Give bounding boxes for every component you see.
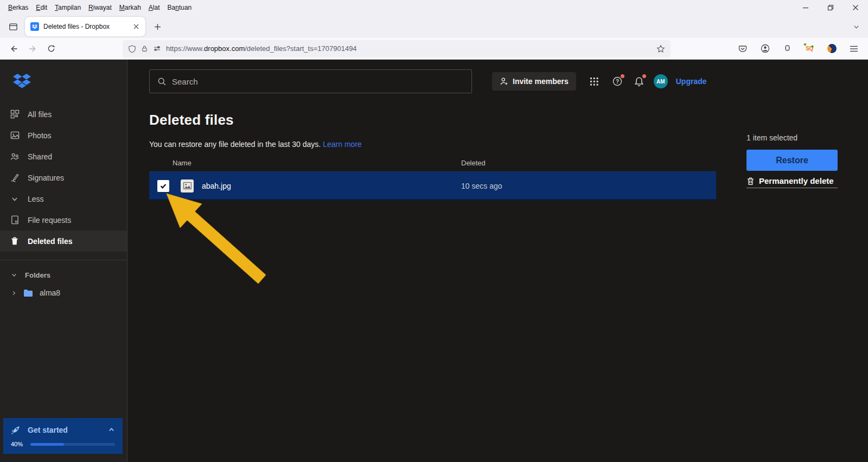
get-started-panel[interactable]: Get started 40% [3, 418, 123, 454]
hamburger-menu-icon[interactable] [845, 40, 863, 57]
sidebar-divider [0, 260, 127, 260]
tracking-shield-icon[interactable] [128, 44, 136, 53]
close-tab-button[interactable] [130, 21, 142, 33]
row-checkbox[interactable] [157, 180, 169, 192]
toolbar-right-icons: SQ [734, 40, 863, 57]
invite-members-label: Invite members [513, 77, 569, 86]
restore-button[interactable] [818, 0, 843, 15]
image-file-icon [181, 179, 194, 193]
menu-alat[interactable]: Alat [145, 2, 164, 14]
rocket-icon [11, 425, 21, 435]
new-tab-button[interactable] [150, 19, 165, 34]
bell-icon[interactable] [631, 74, 647, 89]
get-started-label: Get started [28, 426, 68, 434]
minimize-button[interactable] [793, 0, 818, 15]
browser-tab[interactable]: Deleted files - Dropbox [25, 17, 145, 36]
sidebar-item-label: File requests [28, 216, 71, 224]
svg-text:?: ? [616, 79, 619, 85]
selection-panel: 1 item selected Restore Permanently dele… [746, 133, 838, 188]
table-row[interactable]: abah.jpg 10 secs ago [149, 171, 716, 200]
sidebar-item-deleted-files[interactable]: Deleted files [0, 230, 127, 252]
permanently-delete-label: Permanently delete [759, 176, 834, 185]
window-controls [793, 0, 868, 15]
search-input[interactable] [172, 77, 464, 86]
sidebar-item-all-files[interactable]: All files [0, 104, 127, 125]
back-button[interactable] [5, 40, 23, 57]
menu-edit[interactable]: Edit [32, 2, 51, 14]
invite-person-icon [500, 77, 508, 86]
menu-bantuan[interactable]: Bantuan [164, 2, 196, 14]
tab-title: Deleted files - Dropbox [43, 23, 126, 30]
forward-button[interactable] [24, 40, 41, 57]
column-header-deleted[interactable]: Deleted [461, 159, 716, 167]
menu-bar: Berkas Edit Tampilan Riwayat Markah Alat… [0, 0, 868, 15]
firefox-view-button[interactable] [5, 19, 21, 34]
lock-icon[interactable] [141, 44, 148, 53]
apps-grid-icon[interactable] [587, 74, 602, 89]
pocket-icon[interactable] [734, 40, 751, 57]
tab-bar: Deleted files - Dropbox [0, 15, 868, 38]
menu-markah[interactable]: Markah [116, 2, 145, 14]
search-box[interactable] [149, 69, 472, 93]
sidebar-item-label: Less [28, 195, 44, 203]
extensions-puzzle-icon[interactable] [778, 40, 796, 57]
page-topbar: Invite members ? AM Upgrade [149, 69, 868, 93]
file-requests-icon [10, 215, 20, 224]
help-icon[interactable]: ? [610, 74, 625, 89]
extension-sq-icon[interactable]: SQ [801, 40, 818, 57]
sidebar-item-label: Signatures [28, 174, 64, 182]
sidebar-item-file-requests[interactable]: File requests [0, 209, 127, 230]
trash-icon [10, 236, 20, 246]
list-all-tabs-button[interactable] [848, 19, 864, 34]
url-bar[interactable]: https://www.dropbox.com/deleted_files?st… [123, 40, 671, 57]
menu-tampilan[interactable]: Tampilan [51, 2, 85, 14]
menu-berkas[interactable]: Berkas [4, 2, 32, 14]
navigation-toolbar: https://www.dropbox.com/deleted_files?st… [0, 38, 868, 60]
file-name[interactable]: abah.jpg [202, 182, 231, 190]
chevron-right-icon[interactable] [11, 290, 17, 296]
folder-icon [23, 289, 33, 297]
bookmark-star-icon[interactable] [656, 44, 665, 53]
progress-percent: 40% [11, 441, 26, 447]
chevron-up-icon[interactable] [108, 426, 115, 433]
column-header-name[interactable]: Name [149, 159, 461, 167]
sidebar-nav: All files Photos Shared Signatures Less … [0, 104, 127, 252]
url-text: https://www.dropbox.com/deleted_files?st… [166, 44, 652, 53]
sidebar-item-photos[interactable]: Photos [0, 125, 127, 146]
menu-riwayat[interactable]: Riwayat [85, 2, 116, 14]
sidebar-item-shared[interactable]: Shared [0, 146, 127, 167]
sidebar: All files Photos Shared Signatures Less … [0, 60, 127, 462]
notification-dot [642, 74, 646, 78]
page-title: Deleted files [149, 112, 868, 129]
topbar-actions: Invite members ? AM Upgrade [492, 72, 707, 91]
dropbox-logo[interactable] [0, 60, 127, 89]
browser-chrome: Berkas Edit Tampilan Riwayat Markah Alat… [0, 0, 868, 60]
sidebar-item-label: All files [28, 110, 52, 119]
folders-header-label: Folders [25, 271, 50, 279]
deleted-time: 10 secs ago [461, 182, 716, 190]
account-icon[interactable] [756, 40, 774, 57]
progress-bar-fill [30, 443, 64, 446]
permissions-icon[interactable] [153, 45, 161, 52]
folders-section-header[interactable]: Folders [0, 267, 127, 283]
upgrade-link[interactable]: Upgrade [676, 77, 707, 86]
invite-members-button[interactable]: Invite members [492, 72, 576, 91]
sidebar-item-signatures[interactable]: Signatures [0, 167, 127, 188]
deleted-files-table: Name Deleted abah.jpg 10 secs ago [149, 154, 716, 200]
table-header: Name Deleted [149, 154, 716, 171]
all-files-icon [10, 110, 20, 119]
trash-icon [746, 177, 755, 185]
sidebar-item-label: Deleted files [28, 237, 72, 246]
extension-swirl-icon[interactable] [823, 40, 840, 57]
sidebar-item-label: Shared [28, 152, 52, 161]
sidebar-folder-alma8[interactable]: alma8 [0, 283, 127, 303]
close-window-button[interactable] [843, 0, 868, 15]
avatar[interactable]: AM [654, 74, 668, 88]
restore-button[interactable]: Restore [746, 150, 838, 171]
sidebar-item-less[interactable]: Less [0, 188, 127, 209]
learn-more-link[interactable]: Learn more [323, 140, 362, 149]
dropbox-favicon-icon [30, 22, 39, 31]
photos-icon [10, 131, 20, 140]
reload-button[interactable] [42, 40, 60, 57]
permanently-delete-button[interactable]: Permanently delete [746, 176, 838, 188]
